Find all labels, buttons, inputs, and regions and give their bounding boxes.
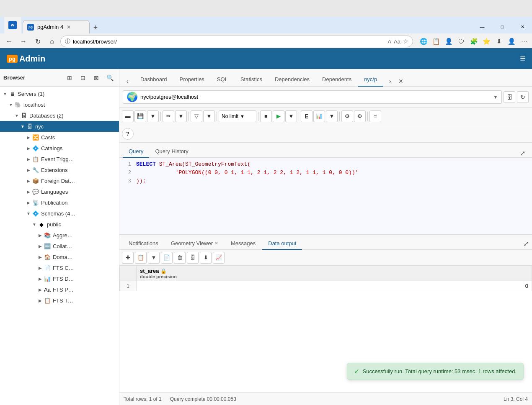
panel-tab-dependents[interactable]: Dependents (316, 73, 357, 87)
sidebar-item-extensions[interactable]: ▶ 🔧 Extensions (0, 164, 119, 175)
forward-button[interactable]: → (18, 36, 29, 47)
sidebar-table-icon[interactable]: ⊠ (90, 72, 102, 84)
panel-tab-nyc-p[interactable]: nyc/p (358, 73, 383, 87)
sidebar-item-servers[interactable]: ▼ 🖥 Servers (1) (0, 88, 119, 99)
profile-icon-3[interactable]: 👤 (444, 37, 453, 46)
collections-icon[interactable]: ⭐ (482, 37, 491, 46)
sidebar-item-languages[interactable]: ▶ 💬 Languages (0, 186, 119, 197)
save-button[interactable]: 💾 (134, 110, 146, 122)
db-icon[interactable]: 🗄 (504, 91, 515, 103)
filter-dropdown[interactable]: ▼ (203, 110, 215, 122)
profile-icon-1[interactable]: 🌐 (419, 37, 428, 46)
run-button[interactable]: ▶ (273, 110, 284, 122)
new-tab-button[interactable]: + (90, 22, 101, 33)
account-icon[interactable]: 👤 (507, 37, 516, 46)
puzzle-icon[interactable]: 🧩 (469, 37, 478, 46)
sidebar-list-icon[interactable]: ⊞ (64, 72, 75, 84)
dropdown-arrow[interactable]: ▼ (493, 94, 498, 100)
menu-icon[interactable]: ⋯ (519, 37, 529, 46)
translate-icon[interactable]: A (387, 38, 391, 45)
sidebar-item-fts-template[interactable]: ▶ 📋 FTS T… (0, 295, 119, 306)
back-button[interactable]: ← (3, 36, 15, 47)
add-row-button[interactable]: ✚ (122, 252, 134, 264)
panel-tab-nav-next[interactable]: › (385, 77, 395, 86)
copy-dropdown[interactable]: ▼ (148, 252, 160, 264)
delete-button[interactable]: 🗑 (174, 252, 186, 264)
favorite-icon[interactable]: ☆ (403, 38, 408, 45)
expand-editor-button[interactable]: ⤢ (520, 149, 525, 157)
result-tab-notifications[interactable]: Notifications (123, 238, 164, 250)
chart-dropdown[interactable]: ▼ (326, 110, 338, 122)
copy-button[interactable]: 📋 (135, 252, 147, 264)
sidebar-item-catalogs[interactable]: ▶ 💠 Catalogs (0, 143, 119, 154)
sidebar-search-icon[interactable]: 🔍 (104, 72, 116, 84)
explain-button[interactable]: E (301, 110, 312, 122)
result-tab-messages[interactable]: Messages (225, 238, 261, 250)
column-header-st-area[interactable]: st_area 🔒 double precision (137, 266, 532, 281)
panel-tab-properties[interactable]: Properties (174, 73, 210, 87)
sidebar-item-public[interactable]: ▼ ◆ public (0, 219, 119, 230)
sidebar-item-event-triggers[interactable]: ▶ 📋 Event Trigg… (0, 154, 119, 164)
refresh-conn-button[interactable]: ↻ (517, 91, 529, 103)
sidebar-item-databases[interactable]: ▼ 🗄 Databases (2) (0, 110, 119, 121)
close-button[interactable]: ✕ (513, 20, 532, 33)
commit-button[interactable]: ⚙ (341, 110, 353, 122)
run-dropdown[interactable]: ▼ (285, 110, 297, 122)
new-file-button[interactable]: ▬ (122, 110, 134, 122)
expand-results-button[interactable]: ⤢ (523, 240, 529, 249)
panel-tab-dashboard[interactable]: Dashboard (134, 73, 173, 87)
query-tab[interactable]: Query (123, 146, 149, 158)
rollback-button[interactable]: ⚙ (354, 110, 366, 122)
panel-close-button[interactable]: ✕ (396, 77, 405, 86)
result-tab-geometry-viewer[interactable]: Geometry Viewer✕ (165, 238, 224, 250)
sidebar-item-fts-parser[interactable]: ▶ Aa FTS P… (0, 284, 119, 295)
download-button[interactable]: ⬇ (200, 252, 212, 264)
code-editor[interactable]: 1 SELECT ST_Area(ST_GeometryFromText( 2 … (119, 158, 532, 234)
home-button[interactable]: ⌂ (46, 36, 58, 47)
result-tab-data-output[interactable]: Data output (262, 238, 302, 250)
hamburger-menu[interactable]: ≡ (520, 53, 525, 64)
address-text[interactable]: localhost/browser/ (73, 38, 385, 45)
chart-button[interactable]: 📊 (313, 110, 325, 122)
sidebar-item-domains[interactable]: ▶ 🏠 Doma… (0, 251, 119, 262)
reader-icon[interactable]: Aa (394, 38, 400, 45)
sidebar-grid-icon[interactable]: ⊟ (77, 72, 89, 84)
limit-selector[interactable]: No limit ▼ (219, 110, 256, 122)
refresh-button[interactable]: ↻ (32, 36, 44, 47)
save-dropdown[interactable]: ▼ (147, 110, 159, 122)
panel-tab-dependencies[interactable]: Dependencies (269, 73, 315, 87)
panel-tab-sql[interactable]: SQL (211, 73, 234, 87)
sidebar-item-fts-dict[interactable]: ▶ 📊 FTS D… (0, 273, 119, 284)
sidebar-item-nyc[interactable]: ▼ 🗄 nyc (0, 121, 119, 132)
shield-icon[interactable]: 🛡 (457, 37, 466, 46)
sidebar-item-localhost[interactable]: ▼ 🐘 localhost (0, 99, 119, 110)
panel-tab-statistics[interactable]: Statistics (235, 73, 268, 87)
help-button[interactable]: ? (122, 128, 134, 140)
tab-close-icon[interactable]: ✕ (67, 24, 71, 30)
filter-button[interactable]: ▽ (191, 110, 202, 122)
edit-dropdown[interactable]: ▼ (175, 110, 187, 122)
download-icon[interactable]: ⬇ (494, 37, 504, 46)
sidebar-item-aggregates[interactable]: ▶ 📚 Aggre… (0, 230, 119, 241)
stop-button[interactable]: ■ (260, 110, 272, 122)
connection-selector[interactable]: 🌍 nyc/postgres@localhost ▼ (123, 90, 502, 104)
paste-button[interactable]: 📄 (161, 252, 173, 264)
query-history-tab[interactable]: Query History (149, 146, 194, 158)
sidebar-item-schemas[interactable]: ▼ 💠 Schemas (4… (0, 208, 119, 219)
graph-button[interactable]: 📈 (213, 252, 225, 264)
sidebar-item-foreign-data[interactable]: ▶ 📦 Foreign Dat… (0, 175, 119, 186)
sidebar-item-collations[interactable]: ▶ 🔤 Collat… (0, 241, 119, 251)
panel-tab-nav-prev[interactable]: ‹ (123, 77, 132, 86)
result-tab-close-2[interactable]: ✕ (214, 241, 218, 246)
sidebar-item-fts-config[interactable]: ▶ 📄 FTS C… (0, 262, 119, 273)
edit-button[interactable]: ✏ (163, 110, 174, 122)
minimize-button[interactable]: — (473, 20, 492, 33)
save-data-button[interactable]: 🗄 (187, 252, 199, 264)
profile-icon-2[interactable]: 📋 (431, 37, 441, 46)
cell-value[interactable]: 0 (137, 281, 532, 291)
sidebar-item-publication[interactable]: ▶ 📡 Publication (0, 197, 119, 208)
browser-tab[interactable]: pg pgAdmin 4 ✕ (23, 20, 90, 33)
macros-button[interactable]: ≡ (369, 110, 381, 122)
maximize-button[interactable]: □ (493, 20, 512, 33)
sidebar-item-casts[interactable]: ▶ 🔀 Casts (0, 132, 119, 143)
